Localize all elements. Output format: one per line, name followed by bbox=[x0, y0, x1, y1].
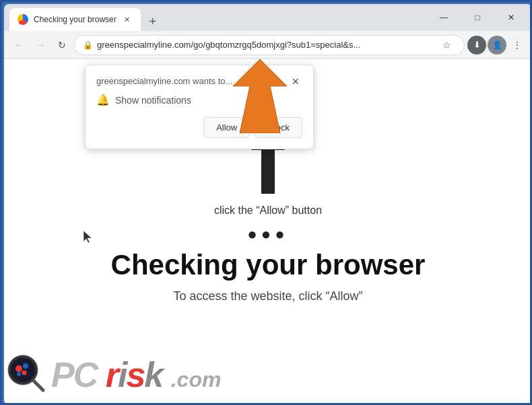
maximize-button[interactable]: □ bbox=[462, 7, 493, 28]
toolbar-extra: ⬇ 👤 ⋮ bbox=[467, 36, 527, 54]
pcrisk-logo: PC risk .com bbox=[4, 351, 221, 398]
title-bar: Checking your browser ✕ + — □ ✕ bbox=[4, 4, 532, 31]
block-button[interactable]: Block bbox=[255, 117, 302, 138]
account-icon[interactable]: 👤 bbox=[488, 36, 506, 54]
logo-text-container: PC risk .com bbox=[51, 355, 221, 395]
minimize-button[interactable]: — bbox=[428, 7, 459, 28]
allow-button[interactable]: Allow bbox=[203, 117, 250, 138]
tab-close-button[interactable]: ✕ bbox=[122, 14, 133, 25]
popup-notification-row: 🔔 Show notifications bbox=[96, 94, 302, 106]
back-button[interactable]: ← bbox=[9, 36, 28, 54]
tab-bar: Checking your browser ✕ + bbox=[9, 4, 426, 31]
svg-point-4 bbox=[11, 358, 35, 382]
pcrisk-logo-icon bbox=[4, 351, 51, 398]
tab-title: Checking your browser bbox=[34, 15, 117, 24]
logo-risk: risk bbox=[106, 355, 171, 394]
new-tab-button[interactable]: + bbox=[143, 12, 162, 31]
notification-popup: greenspecialmyline.com wants to... ✕ 🔔 S… bbox=[85, 65, 314, 149]
profile-download-icon[interactable]: ⬇ bbox=[467, 36, 486, 54]
popup-buttons: Allow Block bbox=[96, 117, 302, 138]
forward-button[interactable]: → bbox=[31, 36, 50, 54]
url-bar[interactable]: 🔒 greenspecialmyline.com/go/gbqtomzrgq5d… bbox=[74, 35, 465, 55]
popup-site-text: greenspecialmyline.com wants to... bbox=[96, 76, 232, 86]
active-tab[interactable]: Checking your browser ✕ bbox=[9, 8, 141, 31]
main-heading: Checking your browser bbox=[111, 249, 426, 281]
url-text: greenspecialmyline.com/go/gbqtomzrgq5dom… bbox=[97, 40, 433, 50]
window-controls: — □ ✕ bbox=[428, 7, 527, 28]
svg-point-8 bbox=[17, 372, 21, 376]
cursor bbox=[84, 231, 92, 243]
browser-window: Checking your browser ✕ + — □ ✕ ← → ↻ 🔒 … bbox=[4, 4, 532, 405]
logo-pc: PC bbox=[51, 355, 106, 394]
bookmark-star-icon[interactable]: ☆ bbox=[437, 36, 456, 54]
popup-close-button[interactable]: ✕ bbox=[289, 76, 302, 87]
sub-text: To access the website, click “Allow” bbox=[173, 289, 362, 303]
logo-com: .com bbox=[171, 367, 222, 392]
lock-icon: 🔒 bbox=[83, 40, 93, 50]
close-button[interactable]: ✕ bbox=[496, 7, 527, 28]
svg-point-6 bbox=[23, 363, 28, 369]
reload-button[interactable]: ↻ bbox=[53, 36, 71, 54]
click-allow-label: click the “Allow” button bbox=[214, 205, 322, 217]
page-content: greenspecialmyline.com wants to... ✕ 🔔 S… bbox=[4, 59, 532, 405]
three-dots: ●●● bbox=[247, 225, 289, 244]
svg-marker-2 bbox=[84, 231, 92, 243]
bell-icon: 🔔 bbox=[96, 94, 110, 106]
popup-notification-text: Show notifications bbox=[115, 95, 191, 106]
tab-favicon bbox=[18, 14, 28, 25]
menu-button[interactable]: ⋮ bbox=[508, 36, 527, 54]
svg-line-9 bbox=[34, 381, 43, 390]
svg-point-7 bbox=[22, 371, 27, 375]
popup-header: greenspecialmyline.com wants to... ✕ bbox=[96, 76, 302, 87]
svg-point-5 bbox=[15, 365, 22, 372]
address-bar: ← → ↻ 🔒 greenspecialmyline.com/go/gbqtom… bbox=[4, 31, 532, 59]
